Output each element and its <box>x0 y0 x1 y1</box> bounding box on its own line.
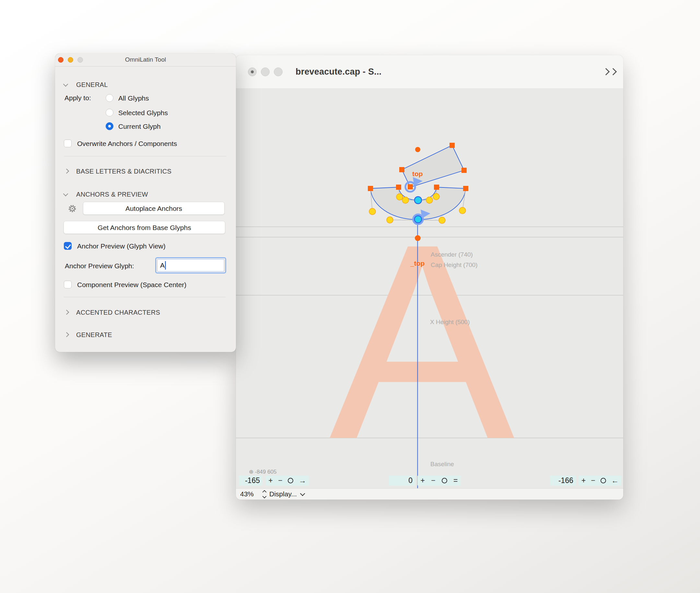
editor-statusbar: 43% Display... <box>236 488 623 500</box>
right-sidebearing-field[interactable]: -166 <box>550 476 576 486</box>
right-sidebearing-controls[interactable]: + − ← <box>579 476 621 486</box>
apply-to-label: Apply to: <box>64 94 91 102</box>
center-controls[interactable]: + − = <box>418 476 461 486</box>
glyph-editor-window: breveacute.cap - S... A <box>236 55 623 500</box>
bottom-anchor-label: _top <box>410 260 425 267</box>
arrow-left-button[interactable]: ← <box>611 476 619 486</box>
autoplace-anchors-button[interactable]: Autoplace Anchors <box>83 202 225 215</box>
radio-selected-glyphs[interactable] <box>106 109 114 116</box>
left-sidebearing-field[interactable]: -165 <box>239 476 263 486</box>
close-button[interactable] <box>248 68 257 76</box>
chevron-down-icon <box>63 82 69 87</box>
anchor-preview-checkbox[interactable] <box>64 242 72 250</box>
chevron-down-icon <box>300 491 305 496</box>
preview-glyph-value: A <box>160 262 165 269</box>
x-height-label: X Height (500) <box>430 319 470 326</box>
minimize-button[interactable] <box>261 68 270 76</box>
panel-title: OmniLatin Tool <box>55 56 236 63</box>
section-generate-label: GENERATE <box>76 331 112 339</box>
divider <box>64 156 226 156</box>
unsaved-dot-icon <box>251 70 254 73</box>
overwrite-anchors-checkbox[interactable] <box>64 140 72 147</box>
window-title: breveacute.cap - S... <box>296 67 382 77</box>
zoom-level[interactable]: 43% <box>240 490 254 498</box>
text-caret <box>165 261 166 270</box>
ascender-label: Ascender (740) <box>431 251 473 258</box>
anchor-preview-glyph: A <box>329 186 516 488</box>
glyph-canvas[interactable]: A <box>236 88 623 488</box>
chevron-right-icon <box>64 169 69 174</box>
radio-current-glyph-label[interactable]: Current Glyph <box>118 123 161 130</box>
crosshair-icon: ⊕ <box>249 469 253 475</box>
cursor-coordinates: ⊕-849 605 <box>249 468 278 475</box>
center-value-field[interactable]: 0 <box>389 476 415 486</box>
arrow-right-button[interactable]: → <box>299 476 306 486</box>
panel-titlebar: OmniLatin Tool <box>55 53 236 67</box>
bottom-anchor[interactable] <box>415 235 421 241</box>
chevron-right-icon <box>64 310 69 315</box>
radio-all-glyphs[interactable] <box>106 94 114 102</box>
anchor-preview-label[interactable]: Anchor Preview (Glyph View) <box>77 242 166 250</box>
preview-glyph-field-ring: A <box>155 257 226 273</box>
increment-button[interactable]: + <box>268 476 272 486</box>
top-anchor-label: top <box>412 170 423 178</box>
decrement-button[interactable]: − <box>278 476 282 486</box>
ring-button[interactable] <box>442 478 447 483</box>
ring-button[interactable] <box>288 478 293 483</box>
section-anchors-preview-label: ANCHORS & PREVIEW <box>76 191 148 198</box>
ring-button[interactable] <box>601 478 606 483</box>
radio-selected-glyphs-label[interactable]: Selected Glyphs <box>118 109 168 117</box>
cap-height-label: Cap Height (700) <box>431 262 478 269</box>
get-anchors-button[interactable]: Get Anchors from Base Glyphs <box>63 221 225 234</box>
divider <box>63 297 226 297</box>
zoom-button[interactable] <box>274 68 282 76</box>
preview-glyph-label: Anchor Preview Glyph: <box>65 262 134 270</box>
display-dropdown[interactable]: Display... <box>269 490 297 498</box>
increment-button[interactable]: + <box>421 476 425 486</box>
toolbar-overflow-icon[interactable] <box>603 68 618 77</box>
component-preview-label[interactable]: Component Preview (Space Center) <box>77 281 186 289</box>
chevron-down-icon <box>63 191 69 197</box>
editor-titlebar: breveacute.cap - S... <box>236 55 623 88</box>
stepper-icon[interactable] <box>263 490 266 498</box>
overwrite-anchors-label[interactable]: Overwrite Anchors / Components <box>77 140 177 148</box>
equals-button[interactable]: = <box>453 476 457 486</box>
component-preview-checkbox[interactable] <box>64 281 72 288</box>
decrement-button[interactable]: − <box>591 476 595 486</box>
section-general-label: GENERAL <box>76 81 108 88</box>
top-anchor[interactable] <box>415 147 420 152</box>
left-sidebearing-controls[interactable]: + − → <box>266 476 309 486</box>
section-accented-label: ACCENTED CHARACTERS <box>76 309 160 316</box>
preview-glyph-input[interactable]: A <box>157 259 224 272</box>
section-base-letters-label: BASE LETTERS & DIACRITICS <box>76 168 171 175</box>
radio-all-glyphs-label[interactable]: All Glyphs <box>118 94 149 102</box>
radio-current-glyph[interactable] <box>106 122 114 130</box>
glyph-drawing: A <box>236 88 623 488</box>
baseline-label: Baseline <box>430 461 454 468</box>
omnilatin-tool-panel: OmniLatin Tool GENERAL Apply to: All Gly… <box>55 53 236 352</box>
decrement-button[interactable]: − <box>431 476 435 486</box>
acute-outline[interactable] <box>402 145 464 187</box>
chevron-right-icon <box>64 332 69 338</box>
gear-icon[interactable] <box>68 204 77 213</box>
increment-button[interactable]: + <box>581 476 585 486</box>
